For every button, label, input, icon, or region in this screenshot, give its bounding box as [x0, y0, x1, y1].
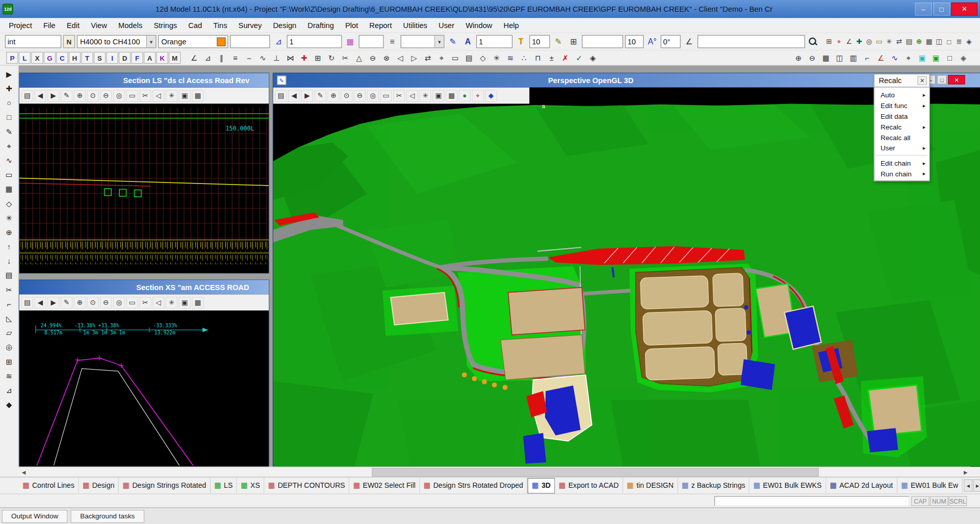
view-zoom-icon[interactable]: ⊙ — [341, 90, 352, 101]
tab-ls[interactable]: ▦LS — [211, 478, 237, 493]
view-back-icon[interactable]: ◀ — [34, 297, 46, 308]
angle-pen-icon[interactable]: ∠ — [683, 35, 696, 48]
angle-input[interactable] — [661, 35, 681, 48]
model-letter-f[interactable]: F — [131, 52, 143, 64]
view-zoom-out-icon[interactable]: ⊖ — [100, 90, 112, 101]
view-orbit-icon[interactable]: ⌖ — [472, 90, 483, 101]
angle-style-icon[interactable]: A° — [646, 35, 659, 48]
view-back-icon[interactable]: ◀ — [288, 90, 300, 101]
menu-tins[interactable]: Tins — [208, 18, 233, 33]
tab-ew02-select-fill[interactable]: ▦EW02 Select Fill — [349, 478, 420, 493]
view-zoom-in-icon[interactable]: ⊕ — [74, 90, 86, 101]
cad-perpendicular-icon[interactable]: ⊥ — [270, 51, 283, 64]
view-zoom-window-icon[interactable]: ▭ — [380, 90, 392, 101]
view-grid-icon[interactable]: ▦ — [446, 90, 457, 101]
tool-gem-icon[interactable]: ◆ — [2, 399, 16, 411]
tab-control-lines[interactable]: ▦Control Lines — [19, 478, 79, 493]
model-letter-g[interactable]: G — [44, 52, 56, 64]
view-cut-icon[interactable]: ✂ — [139, 297, 151, 308]
tool-extents-icon[interactable]: ◎ — [2, 341, 16, 354]
cad-corner-icon[interactable]: ⌐ — [861, 51, 874, 64]
cad-therefore-icon[interactable]: ∴ — [518, 51, 531, 64]
cad-parallel-icon[interactable]: ∥ — [215, 51, 228, 64]
view-refresh-icon[interactable]: ✳ — [419, 90, 431, 101]
cad-wave-blue-icon[interactable]: ∿ — [888, 51, 901, 64]
model-letter-h[interactable]: H — [69, 52, 81, 64]
tab-depth-contours[interactable]: ▦DEPTH CONTOURS — [264, 478, 349, 493]
cad-plusminus-icon[interactable]: ± — [545, 51, 558, 64]
search-icon[interactable] — [807, 35, 817, 48]
toolbar-target-icon[interactable]: ◎ — [864, 35, 873, 48]
menu-window[interactable]: Window — [460, 18, 498, 33]
view-zoom-extents-icon[interactable]: ◎ — [113, 90, 125, 101]
view-edit-icon[interactable]: ✎ — [61, 90, 72, 101]
cad-tri-left-icon[interactable]: ◁ — [394, 51, 407, 64]
tool-diamond-icon[interactable]: ◇ — [2, 197, 16, 210]
scrollbar-thumb[interactable] — [372, 468, 818, 477]
view-zoom-in-icon[interactable]: ⊕ — [327, 90, 339, 101]
menu-report[interactable]: Report — [364, 18, 397, 33]
close-button[interactable]: ✕ — [951, 3, 977, 16]
view-display-icon[interactable]: ▤ — [21, 90, 33, 101]
cad-zoom-out-icon[interactable]: ⊖ — [806, 51, 819, 64]
view-copy-icon[interactable]: ▣ — [432, 90, 444, 101]
recalc-item-edit-func[interactable]: Edit func▸ — [874, 100, 930, 111]
tab-xs[interactable]: ▦XS — [237, 478, 265, 493]
view-zoom-icon[interactable]: ⊙ — [87, 297, 98, 308]
tool-rectangle-icon[interactable]: □ — [2, 111, 16, 124]
cad-swap-icon[interactable]: ⇄ — [421, 51, 434, 64]
menu-models[interactable]: Models — [113, 18, 148, 33]
background-tasks-tab[interactable]: Background tasks — [71, 510, 144, 523]
cad-gem2-icon[interactable]: ◈ — [957, 51, 970, 64]
view-zoom-window-icon[interactable]: ▭ — [126, 90, 138, 101]
cad-grid2-icon[interactable]: ▦ — [819, 51, 833, 64]
view-cut-icon[interactable]: ✂ — [393, 90, 405, 101]
tool-add-icon[interactable]: ⊕ — [2, 226, 16, 239]
view-copy-icon[interactable]: ▣ — [179, 297, 191, 308]
cad-box2-icon[interactable]: □ — [943, 51, 957, 64]
tool-pencil-icon[interactable]: ✎ — [2, 125, 16, 138]
menu-cad[interactable]: Cad — [183, 18, 208, 33]
section-xs-titlebar[interactable]: Section XS "am ACCESS ROAD — [19, 280, 269, 294]
cad-rotate-icon[interactable]: ↻ — [325, 51, 338, 64]
tool-pointer-icon[interactable]: ▶ — [2, 68, 16, 81]
tab-acad-2d-layout[interactable]: ▦ACAD 2d Layout — [826, 478, 897, 493]
cad-columns-icon[interactable]: ◫ — [833, 51, 846, 64]
tool-table-icon[interactable]: ⊞ — [2, 355, 16, 368]
tabs-back-icon[interactable]: ◂ — [964, 479, 972, 492]
tool-slope-icon[interactable]: ⊿ — [2, 384, 16, 397]
search-input[interactable] — [698, 35, 805, 48]
menu-plot[interactable]: Plot — [340, 18, 364, 33]
chainage-combo[interactable]: H4000 to CH4100 ▾ — [77, 35, 157, 48]
view-zoom-out-icon[interactable]: ⊖ — [354, 90, 366, 101]
cad-triangle-icon[interactable]: △ — [352, 51, 366, 64]
menu-project[interactable]: Project — [3, 18, 38, 33]
field-input-3[interactable] — [582, 35, 623, 48]
menu-strings[interactable]: Strings — [148, 18, 183, 33]
field-input-2[interactable] — [359, 35, 384, 48]
toolbar-columns-icon[interactable]: ◫ — [935, 35, 944, 48]
view-globe-icon[interactable]: ● — [459, 90, 471, 101]
cad-slope-icon[interactable]: ⊿ — [201, 51, 215, 64]
cad-angle-icon[interactable]: ∠ — [188, 51, 201, 64]
pencil-icon[interactable]: ✎ — [552, 35, 565, 48]
tab-3d[interactable]: ▦3D — [528, 478, 555, 493]
model-letter-a[interactable]: A — [144, 52, 156, 64]
cad-green-chip-icon[interactable]: ▣ — [930, 51, 943, 64]
menu-utilities[interactable]: Utilities — [398, 18, 433, 33]
tool-arrow-up-icon[interactable]: ↑ — [2, 241, 16, 253]
tool-corner-icon[interactable]: ⌐ — [2, 298, 16, 311]
tool-arrow-down-icon[interactable]: ↓ — [2, 255, 16, 268]
cad-grid-icon[interactable]: ⊞ — [311, 51, 324, 64]
view-forward-icon[interactable]: ▶ — [47, 90, 59, 101]
colour-combo[interactable]: Orange — [158, 35, 228, 48]
cad-rect-icon[interactable]: ▭ — [449, 51, 462, 64]
tool-scissors-icon[interactable]: ✂ — [2, 283, 16, 296]
toolbar-bearing-icon[interactable]: ∠ — [844, 35, 854, 48]
chevron-down-icon[interactable]: ▾ — [434, 36, 444, 47]
model-letter-p[interactable]: P — [6, 52, 18, 64]
cad-diamond-icon[interactable]: ◇ — [476, 51, 489, 64]
recalc-item-edit-data[interactable]: Edit data — [874, 111, 930, 121]
size2-input[interactable] — [625, 35, 644, 48]
text-style-icon[interactable]: A — [461, 35, 475, 48]
